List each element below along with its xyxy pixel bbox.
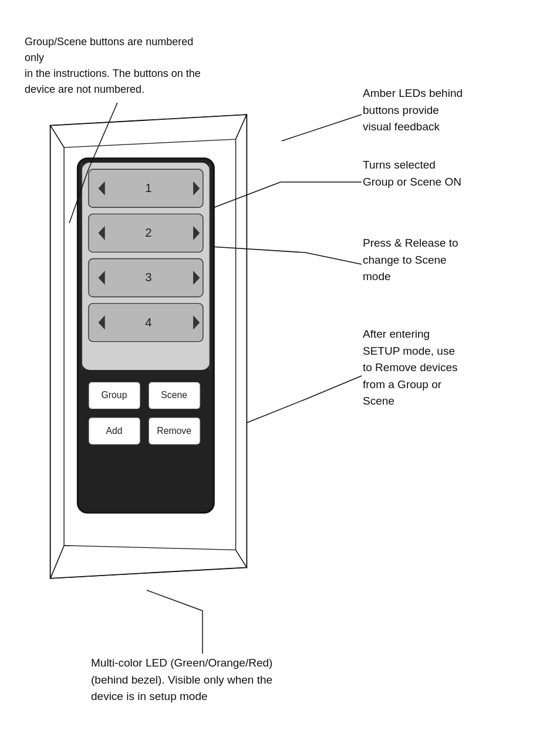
svg-text:4: 4 — [145, 316, 151, 329]
annotation-press-release: Press & Release tochange to Scenemode — [363, 235, 539, 285]
device-illustration: 1 2 3 4 Group Scene Add Remove — [34, 100, 263, 593]
svg-text:2: 2 — [145, 226, 151, 239]
svg-line-32 — [305, 253, 362, 264]
svg-line-39 — [147, 590, 203, 611]
svg-text:Group: Group — [102, 390, 127, 400]
svg-text:3: 3 — [145, 271, 151, 284]
svg-text:Remove: Remove — [157, 426, 191, 436]
annotation-setup-mode: After enteringSETUP mode, useto Remove d… — [363, 326, 539, 410]
svg-text:Add: Add — [106, 426, 122, 436]
annotation-top-left: Group/Scene buttons are numbered onlyin … — [25, 34, 212, 97]
annotation-turns-on: Turns selectedGroup or Scene ON — [363, 157, 539, 190]
annotation-amber-leds: Amber LEDs behindbuttons providevisual f… — [363, 85, 539, 136]
svg-line-34 — [305, 376, 362, 399]
svg-line-29 — [282, 115, 362, 141]
svg-text:1: 1 — [145, 181, 151, 194]
svg-text:Scene: Scene — [161, 390, 187, 400]
annotation-multicolor-led: Multi-color LED (Green/Orange/Red)(behin… — [91, 655, 396, 705]
